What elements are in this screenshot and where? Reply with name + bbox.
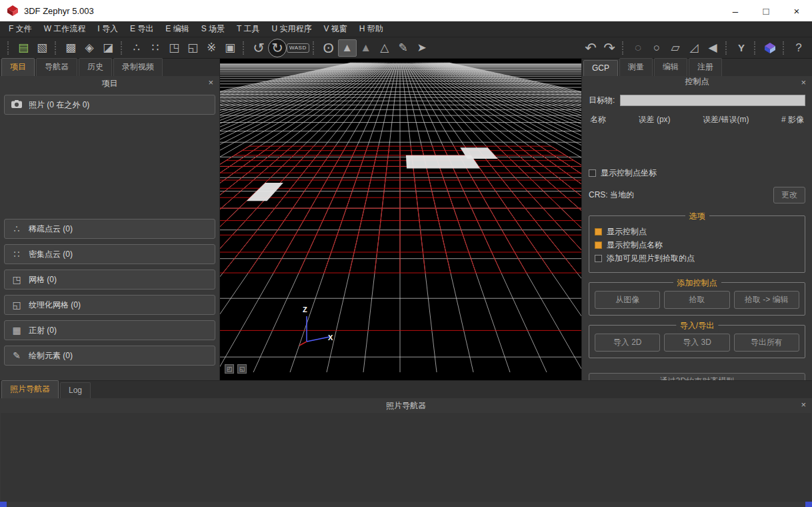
from-image-button[interactable]: 从图像	[595, 291, 660, 309]
pick-button[interactable]: 拾取	[664, 291, 729, 309]
import-2d-button[interactable]: 导入 2D	[595, 334, 660, 352]
tab-navigator[interactable]: 导航器	[36, 58, 77, 76]
pick-tool-icon[interactable]: Y	[732, 39, 751, 57]
light-icon[interactable]: ʘ	[319, 39, 338, 57]
export-all-button[interactable]: 导出所有	[734, 334, 799, 352]
textured-mesh-item[interactable]: ◱ 纹理化网格 (0)	[4, 295, 215, 315]
viewport-grid-icon[interactable]: ◱	[237, 364, 247, 374]
orbit-icon[interactable]: ↺	[249, 39, 268, 57]
minimize-button[interactable]: –	[720, 0, 751, 21]
tab-photo-navigator[interactable]: 照片导航器	[1, 380, 59, 398]
gcp-table-body[interactable]	[589, 128, 805, 165]
window-title: 3DF Zephyr 5.003	[24, 6, 94, 16]
new-project-icon[interactable]: ▤	[14, 39, 33, 57]
zephyr-cube-icon[interactable]	[761, 39, 779, 57]
tab-record-video[interactable]: 录制视频	[113, 58, 163, 76]
textured-mesh-icon[interactable]: ◱	[183, 39, 202, 57]
target-label: 目标物:	[589, 95, 615, 106]
menu-import[interactable]: I 导入	[91, 21, 124, 37]
dense-cloud-icon[interactable]: ∷	[146, 39, 165, 57]
orthophoto-label: 正射 (0)	[29, 325, 57, 336]
dense-cloud-item[interactable]: ∷ 密集点云 (0)	[4, 244, 215, 264]
import-export-title: 导入/导出	[676, 320, 718, 332]
menu-view[interactable]: V 视窗	[318, 21, 353, 37]
wireframe-view-icon[interactable]: △	[375, 39, 394, 57]
left-tab-bar: 项目 导航器 历史 录制视频	[0, 59, 219, 76]
hexgrid-icon[interactable]: ◈	[80, 39, 99, 57]
save-project-icon[interactable]: ▧	[33, 39, 51, 57]
add-control-points-title: 添加控制点	[673, 278, 721, 289]
turntable-icon[interactable]: ↻	[268, 39, 287, 57]
crs-change-button[interactable]: 更改	[773, 187, 805, 203]
menu-workflow[interactable]: W 工作流程	[38, 21, 92, 37]
sparse-cloud-item[interactable]: ∴ 稀疏点云 (0)	[4, 219, 215, 239]
show-coords-checkbox[interactable]	[589, 169, 596, 177]
photos-item[interactable]: 照片 (0 在之外 0)	[4, 95, 215, 115]
tab-log[interactable]: Log	[60, 382, 91, 398]
redo-icon[interactable]: ↷	[600, 39, 619, 57]
add-visible-photos-checkbox[interactable]	[595, 255, 602, 262]
circle-select-icon[interactable]: ○	[647, 39, 666, 57]
project-panel-header: 项目 ×	[0, 76, 219, 91]
target-input[interactable]	[620, 95, 805, 106]
menu-scene[interactable]: S 场景	[195, 21, 231, 37]
camera-toolbar-icon[interactable]: ▣	[221, 39, 239, 57]
maximize-button[interactable]: □	[751, 0, 781, 21]
plane-select-icon[interactable]: ◿	[685, 39, 703, 57]
tab-history[interactable]: 历史	[79, 58, 112, 76]
flat-view-icon[interactable]: ▲	[357, 39, 375, 57]
mesh-item[interactable]: ◳ 网格 (0)	[4, 270, 215, 290]
filter-points-icon[interactable]: ※	[202, 39, 221, 57]
close-icon[interactable]: ×	[801, 78, 806, 87]
photo-navigator-header: 照片导航器 ×	[0, 398, 812, 413]
menu-file[interactable]: F 文件	[3, 21, 38, 37]
viewport-clip-icon[interactable]: ◰	[225, 364, 234, 374]
photos-item-label: 照片 (0 在之外 0)	[29, 99, 89, 111]
textured-mesh-icon: ◱	[11, 300, 23, 310]
workspace-icon[interactable]: ▩	[61, 39, 80, 57]
tab-project[interactable]: 项目	[1, 58, 35, 76]
tab-gcp[interactable]: GCP	[583, 60, 618, 76]
menu-utilities[interactable]: U 实用程序	[266, 21, 318, 37]
photo-navigator-content[interactable]	[1, 413, 811, 502]
show-control-point-names-checkbox[interactable]	[595, 241, 602, 249]
sparse-cloud-icon[interactable]: ∴	[127, 39, 146, 57]
show-coords-label: 显示控制点坐标	[601, 167, 657, 179]
wasd-mode-button[interactable]: WASD	[287, 39, 309, 57]
close-icon[interactable]: ×	[801, 400, 806, 409]
paint-brush-icon[interactable]: ✎	[394, 39, 413, 57]
menu-help[interactable]: H 帮助	[353, 21, 389, 37]
close-icon[interactable]: ×	[208, 78, 213, 87]
main-toolbar: ▤ ▧ ▩ ◈ ◪ ∴ ∷ ◳ ◱ ※ ▣ ↺ ↻ WASD ʘ ▲ ▲ △ ✎…	[0, 37, 812, 59]
mesh-icon[interactable]: ◳	[165, 39, 183, 57]
textured-mesh-label: 纹理化网格 (0)	[29, 300, 81, 311]
pick-edit-button[interactable]: 拾取 -> 编辑	[734, 291, 799, 309]
add-visible-photos-label: 添加可见照片到拾取的点	[607, 253, 695, 264]
menu-bar: F 文件 W 工作流程 I 导入 E 导出 E 编辑 S 场景 T 工具 U 实…	[0, 21, 812, 37]
import-3d-button[interactable]: 导入 3D	[664, 334, 729, 352]
shaded-view-icon[interactable]: ▲	[338, 39, 357, 57]
orthophoto-item[interactable]: ▦ 正射 (0)	[4, 320, 215, 340]
tab-edit[interactable]: 编辑	[654, 58, 687, 76]
poly-select-icon[interactable]: ▱	[666, 39, 685, 57]
lasso-select-icon[interactable]: ◌	[629, 39, 647, 57]
menu-tools[interactable]: T 工具	[231, 21, 265, 37]
menu-edit[interactable]: E 编辑	[159, 21, 195, 37]
bounding-box-icon[interactable]: ◪	[99, 39, 117, 57]
3d-viewport[interactable]: Z X ◰ ◱	[220, 59, 581, 380]
control-points-header: 控制点 ×	[582, 76, 812, 87]
corner-accent-right	[805, 502, 812, 507]
help-icon[interactable]: ?	[789, 39, 808, 57]
menu-export[interactable]: E 导出	[124, 21, 159, 37]
cursor-settings-icon[interactable]: ➤	[413, 39, 431, 57]
speaker-icon[interactable]: ◀	[703, 39, 722, 57]
close-button[interactable]: ×	[781, 0, 812, 21]
drawing-elements-item[interactable]: ✎ 绘制元素 (0)	[4, 346, 215, 366]
show-control-points-checkbox[interactable]	[595, 228, 602, 235]
options-group: 选项 显示控制点 显示控制点名称 添加可见照片到拾取的点	[589, 215, 805, 273]
tab-register[interactable]: 注册	[689, 58, 722, 76]
tab-measure[interactable]: 测量	[619, 58, 653, 76]
viewport-overlay-toolbar: ◰ ◱	[225, 364, 247, 374]
undo-icon[interactable]: ↶	[581, 39, 600, 57]
project-panel: 项目 导航器 历史 录制视频 项目 × 照片 (0 在之外 0) ∴ 稀疏点云 …	[0, 59, 220, 380]
